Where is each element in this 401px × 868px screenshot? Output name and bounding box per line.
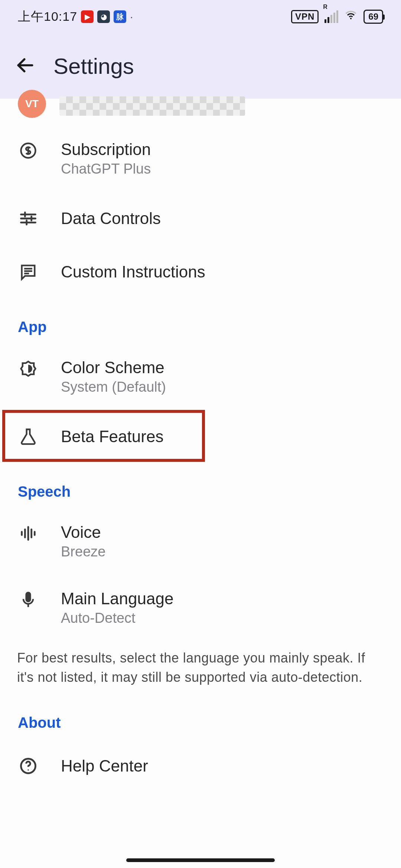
- soundwave-icon: [18, 523, 39, 544]
- settings-content: VT Subscription ChatGPT Plus Data Contro…: [0, 99, 401, 793]
- sliders-icon: [18, 208, 39, 229]
- item-title: Main Language: [61, 589, 173, 608]
- avatar: VT: [18, 90, 46, 118]
- back-button[interactable]: [15, 55, 36, 77]
- settings-item-main-language[interactable]: Main Language Auto-Detect: [0, 575, 401, 641]
- settings-item-data-controls[interactable]: Data Controls: [0, 192, 401, 245]
- vpn-badge: VPN: [291, 10, 319, 23]
- item-title: Subscription: [61, 140, 151, 159]
- battery-icon: 69: [363, 10, 383, 24]
- svg-point-0: [350, 18, 352, 19]
- status-more-dot: ·: [130, 10, 133, 23]
- settings-item-voice[interactable]: Voice Breeze: [0, 508, 401, 575]
- settings-item-color-scheme[interactable]: Color Scheme System (Default): [0, 343, 401, 410]
- status-left: 上午10:17 ▶ ◕ 脉 ·: [18, 8, 133, 25]
- help-icon: [18, 756, 39, 776]
- section-header-app: App: [0, 299, 401, 343]
- item-title: Voice: [61, 523, 105, 542]
- status-bar: 上午10:17 ▶ ◕ 脉 · VPN R 69: [0, 0, 401, 33]
- settings-item-subscription[interactable]: Subscription ChatGPT Plus: [0, 125, 401, 192]
- signal-icon: R: [325, 10, 338, 23]
- app-icon-clash: ◕: [97, 10, 110, 23]
- page-title: Settings: [53, 53, 134, 79]
- svg-point-21: [27, 769, 29, 770]
- wifi-icon: [344, 9, 358, 25]
- youtube-icon: ▶: [81, 10, 94, 23]
- status-right: VPN R 69: [291, 9, 383, 25]
- chat-icon: [18, 262, 39, 282]
- dollar-icon: [18, 140, 39, 161]
- status-time: 上午10:17: [18, 8, 77, 25]
- item-title: Data Controls: [61, 209, 161, 228]
- item-title: Help Center: [61, 757, 148, 775]
- item-subtitle: Auto-Detect: [61, 610, 173, 626]
- app-header: Settings: [0, 33, 401, 99]
- roaming-label: R: [323, 4, 327, 10]
- settings-item-custom-instructions[interactable]: Custom Instructions: [0, 245, 401, 299]
- item-title: Custom Instructions: [61, 263, 205, 281]
- item-title: Color Scheme: [61, 358, 166, 377]
- speech-help-note: For best results, select the language yo…: [0, 641, 401, 694]
- account-email-redacted: [59, 96, 245, 116]
- highlight-annotation: [2, 410, 205, 462]
- svg-rect-18: [26, 593, 30, 602]
- app-icon-maimai: 脉: [114, 10, 126, 23]
- section-header-about: About: [0, 694, 401, 739]
- section-header-speech: Speech: [0, 463, 401, 508]
- settings-item-help-center[interactable]: Help Center: [0, 739, 401, 793]
- brightness-icon: [18, 358, 39, 379]
- item-subtitle: ChatGPT Plus: [61, 161, 151, 177]
- microphone-icon: [18, 589, 39, 610]
- account-row[interactable]: VT: [0, 99, 401, 125]
- item-subtitle: Breeze: [61, 544, 105, 560]
- home-indicator[interactable]: [126, 858, 275, 862]
- item-subtitle: System (Default): [61, 379, 166, 395]
